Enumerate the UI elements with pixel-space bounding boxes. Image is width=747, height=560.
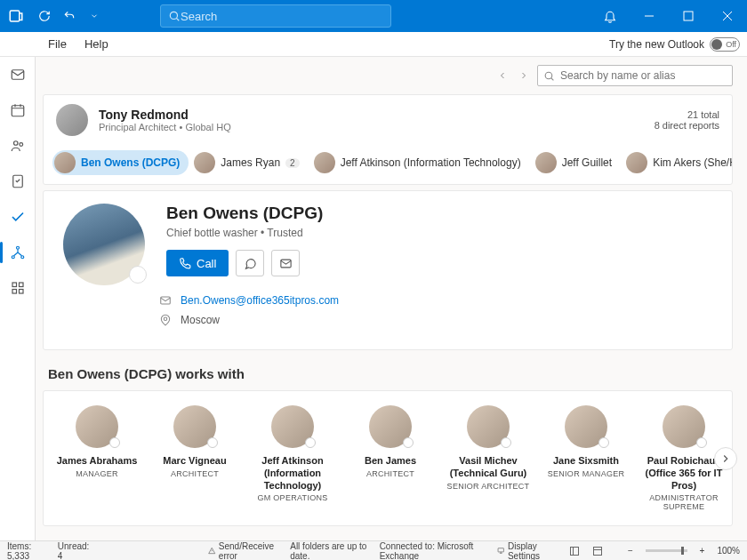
report-tab[interactable]: Jeff Guillet: [534, 150, 621, 175]
status-unread: Unread: 4: [58, 541, 90, 561]
nav-tasks-icon[interactable]: [5, 169, 30, 194]
status-connected: Connected to: Microsoft Exchange: [380, 541, 486, 561]
status-items: Items: 5,333: [7, 541, 45, 561]
works-with-heading: Ben Owens (DCPG) works with: [48, 366, 733, 381]
outlook-app-icon: [0, 8, 32, 24]
nav-todo-icon[interactable]: [5, 204, 30, 229]
email-icon: [159, 294, 172, 307]
svg-point-10: [20, 256, 23, 259]
menu-help[interactable]: Help: [76, 37, 117, 51]
call-button[interactable]: Call: [166, 250, 229, 276]
chat-button[interactable]: [236, 250, 264, 276]
report-tab[interactable]: Kim Akers (She/Her): [624, 150, 732, 175]
view-reading-icon[interactable]: [592, 546, 603, 556]
status-uptodate: All folders are up to date.: [290, 541, 366, 561]
status-send-error[interactable]: Send/Receive error: [208, 541, 277, 561]
profile-subtitle: Chief bottle washer • Trusted: [166, 227, 323, 239]
report-tab[interactable]: James Ryan2: [192, 150, 308, 175]
svg-rect-19: [499, 548, 504, 552]
try-new-label: Try the new Outlook: [609, 38, 704, 51]
tab-avatar: [314, 152, 335, 173]
people-search[interactable]: [537, 65, 733, 86]
report-tab[interactable]: Jeff Atkinson (Information Technology): [312, 150, 530, 175]
tab-avatar: [194, 152, 215, 173]
svg-point-18: [164, 317, 167, 321]
bell-icon[interactable]: [590, 0, 630, 32]
nav-more-icon[interactable]: [5, 276, 30, 300]
person-avatar: [76, 405, 118, 448]
zoom-in-icon[interactable]: +: [700, 546, 705, 556]
nav-calendar-icon[interactable]: [5, 98, 30, 123]
person-card[interactable]: Ben JamesARCHITECT: [346, 405, 435, 511]
person-card[interactable]: Vasil Michev (Technical Guru)SENIOR ARCH…: [444, 405, 533, 511]
zoom-slider[interactable]: [646, 549, 687, 552]
nav-back-button[interactable]: [494, 68, 510, 84]
svg-rect-3: [12, 70, 24, 80]
close-button[interactable]: [708, 0, 747, 32]
scroll-right-button[interactable]: [714, 447, 737, 470]
view-normal-icon[interactable]: [569, 546, 580, 556]
person-avatar: [565, 405, 607, 448]
svg-rect-21: [594, 547, 602, 555]
svg-rect-0: [10, 11, 20, 21]
nav-forward-button[interactable]: [516, 68, 532, 84]
presence-indicator: [129, 266, 147, 284]
zoom-out-icon[interactable]: −: [628, 546, 633, 556]
person-avatar: [271, 405, 314, 448]
svg-point-15: [545, 72, 552, 79]
minimize-button[interactable]: [630, 0, 669, 32]
header-name: Tony Redmond: [99, 108, 231, 122]
global-search[interactable]: [160, 4, 391, 28]
profile-avatar: [63, 204, 145, 285]
person-avatar: [369, 405, 412, 448]
undo-icon[interactable]: [57, 4, 82, 28]
person-avatar: [467, 405, 510, 448]
dropdown-icon[interactable]: [82, 4, 107, 28]
svg-point-1: [170, 12, 177, 19]
tab-avatar: [54, 152, 76, 173]
global-search-input[interactable]: [181, 10, 383, 23]
tab-avatar: [626, 152, 647, 173]
people-search-input[interactable]: [560, 69, 727, 82]
svg-rect-2: [684, 12, 693, 20]
svg-point-9: [12, 256, 14, 259]
svg-rect-4: [12, 106, 24, 116]
svg-point-5: [13, 141, 18, 146]
header-subtitle: Principal Architect • Global HQ: [99, 122, 231, 132]
header-avatar: [56, 104, 88, 136]
svg-rect-11: [12, 283, 17, 287]
person-card[interactable]: Jane SixsmithSENIOR MANAGER: [542, 405, 631, 511]
svg-rect-12: [19, 283, 23, 287]
menu-file[interactable]: File: [39, 37, 76, 51]
report-tab[interactable]: Ben Owens (DCPG): [52, 150, 189, 175]
svg-rect-20: [571, 547, 579, 555]
svg-rect-13: [12, 290, 17, 294]
nav-org-icon[interactable]: [5, 240, 30, 265]
maximize-button[interactable]: [669, 0, 708, 32]
zoom-level: 100%: [717, 546, 740, 556]
nav-people-icon[interactable]: [5, 133, 30, 158]
tab-avatar: [535, 152, 557, 173]
profile-location: Moscow: [181, 314, 220, 326]
profile-email-link[interactable]: Ben.Owens@office365itpros.com: [181, 294, 339, 307]
status-display-settings[interactable]: Display Settings: [497, 541, 557, 561]
header-reports: 8 direct reports: [655, 120, 719, 131]
person-avatar: [663, 405, 705, 448]
location-icon: [159, 314, 172, 326]
svg-point-6: [19, 143, 22, 147]
person-card[interactable]: James AbrahamsMANAGER: [52, 405, 141, 511]
person-card[interactable]: Marc VigneauARCHITECT: [150, 405, 239, 511]
person-card[interactable]: Jeff Atkinson (Information Technology)GM…: [248, 405, 337, 511]
sync-icon[interactable]: [32, 4, 57, 28]
email-button[interactable]: [271, 250, 300, 276]
profile-name: Ben Owens (DCPG): [166, 204, 323, 223]
header-total: 21 total: [655, 109, 719, 120]
try-new-toggle[interactable]: Off: [710, 37, 740, 52]
svg-point-8: [16, 246, 19, 249]
person-avatar: [173, 405, 216, 448]
svg-rect-14: [19, 290, 23, 294]
nav-mail-icon[interactable]: [5, 62, 30, 87]
